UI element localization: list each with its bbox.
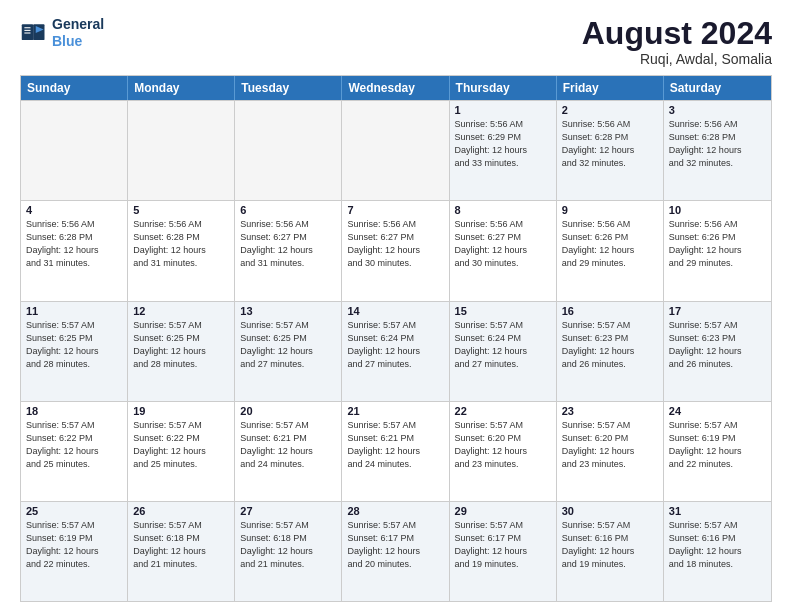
day-info: Sunrise: 5:57 AMSunset: 6:18 PMDaylight:… (133, 519, 229, 571)
header: General Blue August 2024 Ruqi, Awdal, So… (20, 16, 772, 67)
day-info: Sunrise: 5:57 AMSunset: 6:24 PMDaylight:… (347, 319, 443, 371)
day-cell-28: 28Sunrise: 5:57 AMSunset: 6:17 PMDayligh… (342, 502, 449, 601)
day-info: Sunrise: 5:56 AMSunset: 6:29 PMDaylight:… (455, 118, 551, 170)
day-number: 13 (240, 305, 336, 317)
day-number: 14 (347, 305, 443, 317)
day-info: Sunrise: 5:56 AMSunset: 6:28 PMDaylight:… (133, 218, 229, 270)
day-number: 20 (240, 405, 336, 417)
day-number: 18 (26, 405, 122, 417)
day-cell-17: 17Sunrise: 5:57 AMSunset: 6:23 PMDayligh… (664, 302, 771, 401)
day-number: 11 (26, 305, 122, 317)
header-day-sunday: Sunday (21, 76, 128, 100)
day-cell-26: 26Sunrise: 5:57 AMSunset: 6:18 PMDayligh… (128, 502, 235, 601)
day-number: 21 (347, 405, 443, 417)
day-number: 24 (669, 405, 766, 417)
day-info: Sunrise: 5:57 AMSunset: 6:22 PMDaylight:… (133, 419, 229, 471)
day-info: Sunrise: 5:57 AMSunset: 6:18 PMDaylight:… (240, 519, 336, 571)
day-cell-23: 23Sunrise: 5:57 AMSunset: 6:20 PMDayligh… (557, 402, 664, 501)
day-number: 27 (240, 505, 336, 517)
day-number: 2 (562, 104, 658, 116)
day-info: Sunrise: 5:57 AMSunset: 6:25 PMDaylight:… (133, 319, 229, 371)
day-cell-11: 11Sunrise: 5:57 AMSunset: 6:25 PMDayligh… (21, 302, 128, 401)
calendar-header: SundayMondayTuesdayWednesdayThursdayFrid… (21, 76, 771, 100)
day-cell-19: 19Sunrise: 5:57 AMSunset: 6:22 PMDayligh… (128, 402, 235, 501)
svg-rect-2 (33, 24, 44, 40)
day-cell-4: 4Sunrise: 5:56 AMSunset: 6:28 PMDaylight… (21, 201, 128, 300)
svg-rect-1 (22, 24, 33, 40)
day-number: 31 (669, 505, 766, 517)
day-cell-22: 22Sunrise: 5:57 AMSunset: 6:20 PMDayligh… (450, 402, 557, 501)
location: Ruqi, Awdal, Somalia (582, 51, 772, 67)
day-info: Sunrise: 5:57 AMSunset: 6:25 PMDaylight:… (26, 319, 122, 371)
empty-cell (128, 101, 235, 200)
day-number: 7 (347, 204, 443, 216)
day-cell-5: 5Sunrise: 5:56 AMSunset: 6:28 PMDaylight… (128, 201, 235, 300)
day-info: Sunrise: 5:56 AMSunset: 6:28 PMDaylight:… (669, 118, 766, 170)
header-day-saturday: Saturday (664, 76, 771, 100)
empty-cell (21, 101, 128, 200)
day-info: Sunrise: 5:57 AMSunset: 6:17 PMDaylight:… (455, 519, 551, 571)
day-info: Sunrise: 5:57 AMSunset: 6:16 PMDaylight:… (562, 519, 658, 571)
logo-line2: Blue (52, 33, 104, 50)
day-cell-21: 21Sunrise: 5:57 AMSunset: 6:21 PMDayligh… (342, 402, 449, 501)
day-info: Sunrise: 5:57 AMSunset: 6:17 PMDaylight:… (347, 519, 443, 571)
day-info: Sunrise: 5:57 AMSunset: 6:23 PMDaylight:… (669, 319, 766, 371)
empty-cell (235, 101, 342, 200)
day-cell-6: 6Sunrise: 5:56 AMSunset: 6:27 PMDaylight… (235, 201, 342, 300)
day-number: 9 (562, 204, 658, 216)
logo-icon (20, 19, 48, 47)
day-number: 25 (26, 505, 122, 517)
day-number: 8 (455, 204, 551, 216)
month-year: August 2024 (582, 16, 772, 51)
day-info: Sunrise: 5:57 AMSunset: 6:21 PMDaylight:… (240, 419, 336, 471)
day-number: 12 (133, 305, 229, 317)
day-number: 23 (562, 405, 658, 417)
day-cell-3: 3Sunrise: 5:56 AMSunset: 6:28 PMDaylight… (664, 101, 771, 200)
day-number: 19 (133, 405, 229, 417)
day-number: 4 (26, 204, 122, 216)
day-cell-12: 12Sunrise: 5:57 AMSunset: 6:25 PMDayligh… (128, 302, 235, 401)
title-block: August 2024 Ruqi, Awdal, Somalia (582, 16, 772, 67)
calendar-body: 1Sunrise: 5:56 AMSunset: 6:29 PMDaylight… (21, 100, 771, 601)
calendar-week-5: 25Sunrise: 5:57 AMSunset: 6:19 PMDayligh… (21, 501, 771, 601)
calendar: SundayMondayTuesdayWednesdayThursdayFrid… (20, 75, 772, 602)
day-number: 6 (240, 204, 336, 216)
header-day-monday: Monday (128, 76, 235, 100)
header-day-thursday: Thursday (450, 76, 557, 100)
empty-cell (342, 101, 449, 200)
day-number: 15 (455, 305, 551, 317)
header-day-tuesday: Tuesday (235, 76, 342, 100)
logo: General Blue (20, 16, 104, 50)
day-info: Sunrise: 5:56 AMSunset: 6:26 PMDaylight:… (669, 218, 766, 270)
day-number: 28 (347, 505, 443, 517)
day-info: Sunrise: 5:57 AMSunset: 6:20 PMDaylight:… (562, 419, 658, 471)
day-info: Sunrise: 5:56 AMSunset: 6:27 PMDaylight:… (240, 218, 336, 270)
day-cell-14: 14Sunrise: 5:57 AMSunset: 6:24 PMDayligh… (342, 302, 449, 401)
day-cell-10: 10Sunrise: 5:56 AMSunset: 6:26 PMDayligh… (664, 201, 771, 300)
day-info: Sunrise: 5:56 AMSunset: 6:27 PMDaylight:… (347, 218, 443, 270)
calendar-week-4: 18Sunrise: 5:57 AMSunset: 6:22 PMDayligh… (21, 401, 771, 501)
day-cell-18: 18Sunrise: 5:57 AMSunset: 6:22 PMDayligh… (21, 402, 128, 501)
logo-text: General Blue (52, 16, 104, 50)
page: General Blue August 2024 Ruqi, Awdal, So… (0, 0, 792, 612)
header-day-friday: Friday (557, 76, 664, 100)
day-cell-24: 24Sunrise: 5:57 AMSunset: 6:19 PMDayligh… (664, 402, 771, 501)
calendar-week-1: 1Sunrise: 5:56 AMSunset: 6:29 PMDaylight… (21, 100, 771, 200)
header-day-wednesday: Wednesday (342, 76, 449, 100)
day-info: Sunrise: 5:57 AMSunset: 6:22 PMDaylight:… (26, 419, 122, 471)
day-info: Sunrise: 5:56 AMSunset: 6:28 PMDaylight:… (562, 118, 658, 170)
day-cell-7: 7Sunrise: 5:56 AMSunset: 6:27 PMDaylight… (342, 201, 449, 300)
day-cell-30: 30Sunrise: 5:57 AMSunset: 6:16 PMDayligh… (557, 502, 664, 601)
day-cell-25: 25Sunrise: 5:57 AMSunset: 6:19 PMDayligh… (21, 502, 128, 601)
day-cell-1: 1Sunrise: 5:56 AMSunset: 6:29 PMDaylight… (450, 101, 557, 200)
day-number: 29 (455, 505, 551, 517)
day-cell-8: 8Sunrise: 5:56 AMSunset: 6:27 PMDaylight… (450, 201, 557, 300)
day-info: Sunrise: 5:56 AMSunset: 6:28 PMDaylight:… (26, 218, 122, 270)
day-cell-16: 16Sunrise: 5:57 AMSunset: 6:23 PMDayligh… (557, 302, 664, 401)
day-cell-31: 31Sunrise: 5:57 AMSunset: 6:16 PMDayligh… (664, 502, 771, 601)
calendar-week-2: 4Sunrise: 5:56 AMSunset: 6:28 PMDaylight… (21, 200, 771, 300)
day-info: Sunrise: 5:57 AMSunset: 6:20 PMDaylight:… (455, 419, 551, 471)
day-number: 17 (669, 305, 766, 317)
day-info: Sunrise: 5:57 AMSunset: 6:23 PMDaylight:… (562, 319, 658, 371)
day-number: 30 (562, 505, 658, 517)
